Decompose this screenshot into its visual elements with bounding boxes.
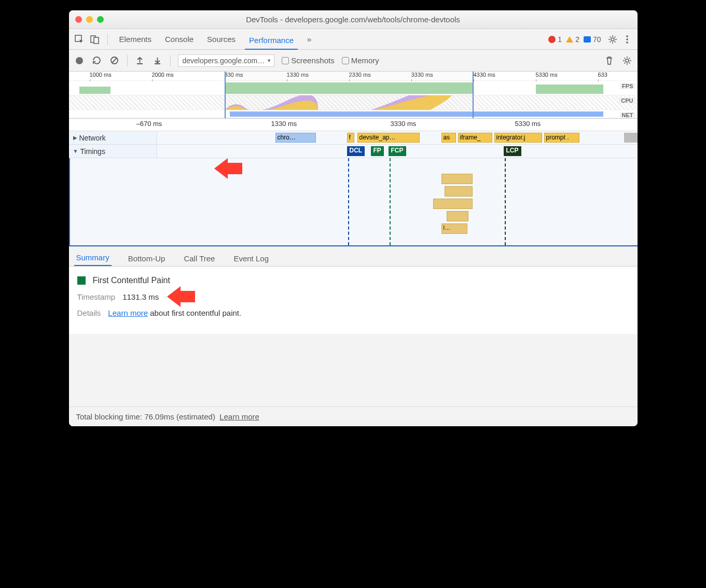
overview-fps-row: FPS xyxy=(69,81,638,95)
svg-line-8 xyxy=(112,58,117,63)
tracks-panel[interactable]: –670 ms 1330 ms 3330 ms 5330 ms ▶ Networ… xyxy=(69,119,638,247)
footer-bar: Total blocking time: 76.09ms (estimated)… xyxy=(69,407,638,426)
svg-point-5 xyxy=(626,38,628,40)
timings-track-row[interactable]: ▼ Timings DCL FP FCP LCP xyxy=(69,145,638,158)
network-item[interactable]: chro… xyxy=(275,133,316,143)
warning-icon[interactable] xyxy=(566,36,573,43)
settings-gear-icon[interactable] xyxy=(607,34,618,45)
load-profile-icon[interactable] xyxy=(135,55,145,66)
fcp-color-swatch xyxy=(77,276,86,285)
dcl-line xyxy=(348,158,349,245)
svg-point-6 xyxy=(626,41,628,44)
svg-rect-2 xyxy=(94,37,99,44)
svg-point-9 xyxy=(626,59,629,62)
timings-track-header[interactable]: ▼ Timings xyxy=(69,145,157,158)
recording-dropdown-label: developers.google.com… xyxy=(183,57,265,65)
network-item[interactable]: devsite_ap… xyxy=(357,133,420,143)
timestamp-value: 1131.3 ms xyxy=(122,292,159,301)
tab-performance[interactable]: Performance xyxy=(245,34,298,50)
timing-fcp-badge[interactable]: FCP xyxy=(389,146,406,156)
ov-tick: 330 ms xyxy=(225,72,243,78)
network-track-body: chro… f devsite_ap… as iframe_ integrato… xyxy=(157,131,638,144)
long-task-bar[interactable] xyxy=(441,174,473,184)
details-label: Details xyxy=(77,309,101,317)
expand-icon: ▶ xyxy=(73,135,77,141)
overview-cpu-row: CPU xyxy=(69,95,638,110)
detail-tab-call-tree[interactable]: Call Tree xyxy=(182,251,217,266)
timestamp-label: Timestamp xyxy=(77,292,116,301)
long-task-bar[interactable] xyxy=(445,186,473,197)
long-task-bar[interactable] xyxy=(447,211,468,221)
detail-tabs: Summary Bottom-Up Call Tree Event Log xyxy=(69,247,638,267)
collapse-icon: ▼ xyxy=(73,148,78,154)
network-item[interactable]: integrator.j xyxy=(494,133,542,143)
traffic-lights xyxy=(75,16,104,23)
ov-tick: 633 xyxy=(598,72,607,78)
tab-more-icon[interactable]: » xyxy=(303,33,315,46)
status-icons: 1 2 70 xyxy=(548,34,632,45)
timing-fp-badge[interactable]: FP xyxy=(371,146,384,156)
screenshots-checkbox[interactable]: Screenshots xyxy=(282,56,334,65)
reload-record-button[interactable] xyxy=(92,55,102,66)
record-button[interactable] xyxy=(74,55,85,66)
garbage-collect-icon[interactable] xyxy=(604,55,615,66)
zoom-window-button[interactable] xyxy=(97,16,104,23)
empty-area xyxy=(69,334,638,407)
tab-sources[interactable]: Sources xyxy=(203,33,240,46)
main-toolbar: Elements Console Sources Performance » 1… xyxy=(69,29,638,50)
track-ruler: –670 ms 1330 ms 3330 ms 5330 ms xyxy=(69,119,638,131)
tab-elements[interactable]: Elements xyxy=(115,33,156,46)
long-task-bar[interactable] xyxy=(433,199,473,209)
timings-track-body: DCL FP FCP LCP xyxy=(157,145,638,158)
tr-tick: 1330 ms xyxy=(271,120,297,128)
capture-settings-gear-icon[interactable] xyxy=(622,55,632,66)
ov-tick: 1000 ms xyxy=(90,72,112,78)
blocking-time-text: Total blocking time: 76.09ms (estimated) xyxy=(76,412,215,421)
tr-tick: 3330 ms xyxy=(391,120,417,128)
close-window-button[interactable] xyxy=(75,16,82,23)
net-label: NET xyxy=(620,112,635,118)
long-task-bar[interactable]: l… xyxy=(441,223,467,234)
recording-dropdown[interactable]: developers.google.com… xyxy=(178,54,275,67)
timings-body[interactable]: l… xyxy=(69,158,638,246)
timing-dcl-badge[interactable]: DCL xyxy=(347,146,365,156)
detail-tab-event-log[interactable]: Event Log xyxy=(231,251,271,266)
minimize-window-button[interactable] xyxy=(86,16,93,23)
detail-tab-bottom-up[interactable]: Bottom-Up xyxy=(126,251,168,266)
timings-expanded-area: l… xyxy=(69,158,638,246)
footer-learn-more-link[interactable]: Learn more xyxy=(219,412,259,421)
network-item[interactable]: iframe_ xyxy=(458,133,492,143)
ov-tick: 3330 ms xyxy=(411,72,433,78)
overview-ruler: 1000 ms 2000 ms 330 ms 1330 ms 2330 ms 3… xyxy=(69,72,638,81)
kebab-menu-icon[interactable] xyxy=(622,34,632,45)
network-item-grey[interactable] xyxy=(624,133,638,143)
tr-tick: –670 ms xyxy=(136,120,162,128)
save-profile-icon[interactable] xyxy=(153,55,163,66)
tab-console[interactable]: Console xyxy=(161,33,198,46)
device-toggle-icon[interactable] xyxy=(90,34,100,45)
overview-net-row: NET xyxy=(69,110,638,118)
network-item[interactable]: as xyxy=(441,133,456,143)
network-track-row[interactable]: ▶ Network chro… f devsite_ap… as iframe_… xyxy=(69,131,638,145)
memory-checkbox[interactable]: Memory xyxy=(342,56,379,65)
clear-button[interactable] xyxy=(109,55,120,66)
details-suffix: about first contentful paint. xyxy=(148,309,241,317)
ov-tick: 4330 ms xyxy=(474,72,495,78)
summary-panel: First Contentful Paint Timestamp 1131.3 … xyxy=(69,267,638,334)
svg-point-4 xyxy=(626,35,628,37)
network-item[interactable]: f xyxy=(347,133,354,143)
detail-tab-summary[interactable]: Summary xyxy=(74,250,112,266)
overview-panel[interactable]: 1000 ms 2000 ms 330 ms 1330 ms 2330 ms 3… xyxy=(69,72,638,119)
titlebar: DevTools - developers.google.com/web/too… xyxy=(69,10,638,29)
network-item[interactable]: prompt . xyxy=(544,133,579,143)
timing-lcp-badge[interactable]: LCP xyxy=(504,146,521,156)
network-track-header[interactable]: ▶ Network xyxy=(69,131,157,144)
inspect-icon[interactable] xyxy=(74,34,85,45)
tr-tick: 5330 ms xyxy=(515,120,541,128)
learn-more-link[interactable]: Learn more xyxy=(108,309,148,317)
error-icon[interactable] xyxy=(548,36,556,43)
message-icon[interactable] xyxy=(584,36,591,43)
lcp-line xyxy=(505,158,506,245)
window-title: DevTools - developers.google.com/web/too… xyxy=(69,15,638,24)
error-count: 1 xyxy=(558,35,562,44)
